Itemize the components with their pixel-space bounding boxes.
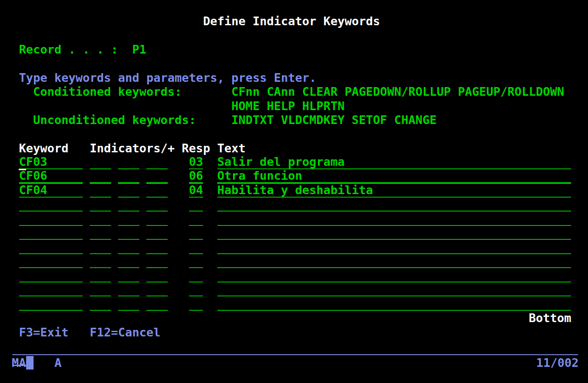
indicator-field-3[interactable] <box>146 254 168 268</box>
text-field[interactable] <box>217 297 571 311</box>
indicator-field-1[interactable] <box>90 212 111 226</box>
indicator-field-1[interactable] <box>90 269 111 282</box>
keyword-field[interactable] <box>19 198 83 212</box>
indicator-field-1[interactable] <box>90 184 111 198</box>
indicator-field-2[interactable] <box>118 169 139 184</box>
text-field[interactable] <box>217 212 571 226</box>
indicator-field-1[interactable] <box>90 282 111 296</box>
indicator-field-1[interactable] <box>90 226 111 240</box>
record-label: Record . . . : <box>19 43 118 56</box>
indicator-field-3[interactable] <box>146 297 168 311</box>
indicator-field-3[interactable] <box>146 212 168 226</box>
keyword-field[interactable] <box>19 212 83 226</box>
keyword-row <box>5 226 571 240</box>
indicator-field-2[interactable] <box>118 269 139 282</box>
indicator-field-3[interactable] <box>146 169 168 184</box>
keyword-field[interactable] <box>19 226 83 240</box>
keyword-row <box>5 240 571 255</box>
oia-cursor-block <box>26 356 34 370</box>
text-field[interactable] <box>217 254 571 268</box>
col-header-keyword: Keyword <box>19 141 90 155</box>
resp-field[interactable] <box>189 212 203 226</box>
resp-field[interactable] <box>189 282 203 296</box>
resp-field[interactable]: 03 <box>189 155 203 169</box>
text-field[interactable]: Otra funcion <box>217 169 571 184</box>
indicator-field-3[interactable] <box>146 155 168 169</box>
text-field[interactable] <box>217 198 571 212</box>
function-key-line: F3=ExitF12=Cancel <box>5 325 161 339</box>
keyword-field[interactable] <box>19 269 83 282</box>
keyword-row: CF04 04 Habilita y deshabilita <box>5 184 571 198</box>
scroll-indicator: Bottom <box>5 311 571 325</box>
indicator-field-2[interactable] <box>118 282 139 296</box>
text-field[interactable] <box>217 282 571 296</box>
keyword-field[interactable] <box>19 240 83 254</box>
keyword-field[interactable] <box>19 297 83 311</box>
indicator-field-2[interactable] <box>118 198 139 212</box>
resp-field[interactable] <box>189 269 203 282</box>
terminal-screen: Define Indicator Keywords Record . . . :… <box>0 0 588 383</box>
keyword-row: CF06 06 Otra funcion <box>5 169 571 184</box>
indicator-field-2[interactable] <box>118 155 139 169</box>
instruction-text: Type keywords and parameters, press Ente… <box>5 71 316 85</box>
indicator-field-3[interactable] <box>146 198 168 212</box>
oia-system-indicator: MA <box>12 356 26 370</box>
conditioned-keywords-label: Conditioned keywords: <box>33 84 231 99</box>
resp-field[interactable] <box>189 254 203 268</box>
indicator-field-2[interactable] <box>118 226 139 240</box>
indicator-field-1[interactable] <box>90 240 111 254</box>
f3-exit-key[interactable]: F3=Exit <box>19 326 69 339</box>
text-field[interactable] <box>217 226 571 240</box>
page-title: Define Indicator Keywords <box>5 14 380 28</box>
indicator-field-2[interactable] <box>118 184 139 198</box>
text-field[interactable] <box>217 269 571 282</box>
indicator-field-2[interactable] <box>118 254 139 268</box>
text-field[interactable]: Habilita y deshabilita <box>217 184 571 198</box>
keyword-field[interactable] <box>19 254 83 268</box>
col-header-resp: Resp <box>182 141 217 155</box>
keyword-row <box>5 254 571 269</box>
keyword-row <box>5 269 571 283</box>
keyword-field[interactable]: CF04 <box>19 184 83 198</box>
conditioned-keywords-values-2: HOME HELP HLPRTN <box>5 99 345 113</box>
indicator-field-3[interactable] <box>146 226 168 240</box>
indicator-field-3[interactable] <box>146 282 168 296</box>
indicator-field-1[interactable] <box>90 155 111 169</box>
resp-field[interactable] <box>189 198 203 212</box>
table-header-row: KeywordIndicators/+RespText <box>5 141 246 155</box>
resp-field[interactable] <box>189 240 203 254</box>
col-header-text: Text <box>217 141 246 155</box>
unconditioned-keywords-values: INDTXT VLDCMDKEY SETOF CHANGE <box>231 113 436 127</box>
unconditioned-keywords-label: Unconditioned keywords: <box>33 113 231 127</box>
resp-field[interactable]: 06 <box>189 169 203 184</box>
oia-system-underline <box>12 365 26 366</box>
col-header-indicators: Indicators/+ <box>90 141 182 155</box>
indicator-field-1[interactable] <box>90 169 111 184</box>
indicator-field-2[interactable] <box>118 212 139 226</box>
text-field[interactable]: Salir del programa <box>217 155 571 169</box>
indicator-field-3[interactable] <box>146 184 168 198</box>
text-field[interactable] <box>217 240 571 254</box>
keyword-field[interactable]: CF03 <box>19 155 83 169</box>
keyword-field[interactable] <box>19 282 83 296</box>
resp-field[interactable] <box>189 226 203 240</box>
resp-field[interactable] <box>189 297 203 311</box>
indicator-field-3[interactable] <box>146 240 168 254</box>
indicator-field-1[interactable] <box>90 198 111 212</box>
record-line: Record . . . :P1 <box>5 42 146 57</box>
indicator-field-3[interactable] <box>146 269 168 282</box>
text-cursor <box>19 169 26 170</box>
keyword-field[interactable]: CF06 <box>19 169 83 184</box>
indicator-field-2[interactable] <box>118 297 139 311</box>
indicator-field-2[interactable] <box>118 240 139 254</box>
record-value: P1 <box>132 43 147 56</box>
f12-cancel-key[interactable]: F12=Cancel <box>90 326 161 339</box>
keyword-row: CF03 03 Salir del programa <box>5 155 571 170</box>
keyword-row <box>5 212 571 226</box>
oia-cursor-position: 11/002 <box>536 356 579 370</box>
keyword-row <box>5 198 571 212</box>
indicator-field-1[interactable] <box>90 297 111 311</box>
conditioned-keywords-values-1: CFnn CAnn CLEAR PAGEDOWN/ROLLUP PAGEUP/R… <box>231 85 564 98</box>
resp-field[interactable]: 04 <box>189 184 203 198</box>
indicator-field-1[interactable] <box>90 254 111 268</box>
